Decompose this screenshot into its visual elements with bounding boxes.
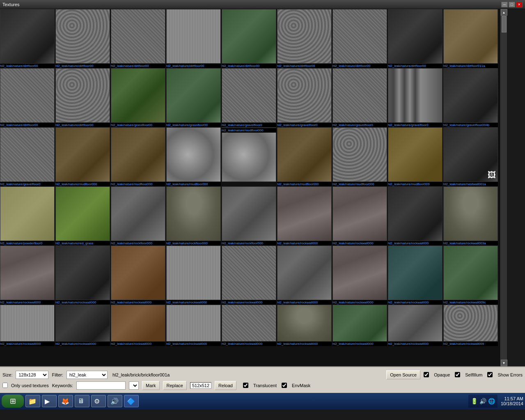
list-item[interactable]: hl2_leak/nature/rockwall000 — [166, 305, 222, 346]
list-item[interactable]: hl2_leak/nature/mudfloor000 — [277, 127, 332, 186]
taskbar-app-hammer[interactable]: 🔷 — [124, 395, 139, 407]
keywords-input[interactable] — [76, 381, 126, 390]
list-item[interactable]: hl2_leak/nature/rockwall000 — [111, 305, 166, 346]
only-used-checkbox[interactable] — [2, 383, 8, 388]
list-item[interactable]: hl2_leak/nature/rockwall003a — [443, 186, 499, 246]
list-item[interactable]: hl2_leak/nature/rockwall009c — [443, 246, 499, 305]
opaque-checkbox[interactable] — [424, 372, 429, 377]
taskbar-app-explorer[interactable]: 📁 — [25, 395, 40, 407]
list-item[interactable]: hl2_leak/nature/rockwall000 — [388, 305, 443, 346]
list-item[interactable]: hl2_leak/nature/mudfloor000 — [55, 127, 111, 186]
list-item[interactable]: hl2_leak/nature/dirtfloor00 — [166, 9, 222, 68]
taskbar-app-control[interactable]: 🖥 — [75, 395, 89, 407]
minimize-button[interactable]: ─ — [501, 2, 508, 7]
list-item[interactable]: hl2_leak/nature/rockwall000 — [222, 305, 277, 346]
list-item[interactable]: hl2_leak/nature/rockfloor000 — [222, 186, 277, 246]
scrollbar-up-button[interactable]: ▲ — [501, 9, 507, 16]
list-item[interactable]: hl2_leak/nature/dirtfloor00 — [55, 9, 111, 68]
texture-path: hl2_leak/brick/brickfloor001a — [112, 372, 383, 377]
list-item[interactable]: hl2_leak/nature/rockwall000 — [388, 246, 443, 305]
list-item[interactable]: hl2_leak/nature/rockwall000 — [111, 246, 166, 305]
bottom-row-1: Size: 128x128 64x64 256x256 512x512 Filt… — [2, 370, 523, 380]
selfillum-checkbox[interactable] — [455, 372, 460, 377]
taskbar-app-steam[interactable]: ⚙ — [91, 395, 106, 407]
maximize-button[interactable]: □ — [509, 2, 515, 7]
list-item[interactable]: hl2_leak/nature/gravelfloor004b — [443, 68, 499, 127]
keywords-select[interactable] — [129, 381, 139, 390]
list-item[interactable]: hl2_leak/nature/rockwall000 — [388, 186, 443, 246]
list-item[interactable]: hl2_leak/nature/dirtfloor00 — [0, 9, 55, 68]
size-label: Size: — [2, 372, 12, 377]
size-select[interactable]: 128x128 64x64 256x256 512x512 — [16, 371, 48, 379]
mark-button[interactable]: Mark — [142, 381, 159, 390]
list-item[interactable]: hl2_leak/nature/powderfloor0 — [0, 186, 55, 246]
texture-items-5: hl2_leak/nature/rockwall000 hl2_leak/nat… — [0, 246, 500, 305]
open-source-button[interactable]: Open Source — [386, 370, 420, 379]
list-item[interactable]: hl2_leak/nature/rockwall000 — [55, 305, 111, 346]
list-item[interactable]: hl2_leak/nature/dirtfloor00 — [0, 68, 55, 127]
list-item[interactable]: hl2_leak/nature/dirtfloor00 — [332, 9, 388, 68]
list-item[interactable]: hl2_leak/nature/dirtfloor00 — [55, 68, 111, 127]
list-item[interactable]: hl2_leak/nature/rockwall000 — [277, 305, 332, 346]
tray-icon-1: 🔋 — [471, 398, 478, 404]
tray-icon-3: 🌐 — [488, 398, 495, 404]
taskbar-app-audio[interactable]: 🔊 — [108, 395, 122, 407]
list-item[interactable]: hl2_leak/nature/dirtfloor00 — [222, 9, 277, 68]
list-item[interactable]: hl2_leak/nature/rockwall000 — [332, 305, 388, 346]
list-item[interactable]: hl2_leak/nature/rockwall000 — [55, 246, 111, 305]
translucent-checkbox[interactable] — [243, 383, 248, 388]
translucent-label: Translucent — [253, 383, 277, 388]
size-display: 512x512 — [190, 382, 211, 389]
list-item[interactable]: hl2_leak/nature/rockwall009 — [443, 305, 499, 346]
texture-grid[interactable]: hl2_leak/nature/dirtfloor00 hl2_leak/nat… — [0, 9, 500, 366]
list-item[interactable]: hl2_leak/nature/gravelfloor0 — [222, 68, 277, 127]
main-content: hl2_leak/nature/dirtfloor00 hl2_leak/nat… — [0, 9, 525, 366]
list-item[interactable]: hl2_leak/nature/rockwall000 — [0, 246, 55, 305]
list-item[interactable]: hl2_leak/nature/rockwall000 — [332, 246, 388, 305]
list-item[interactable]: hl2_leak/nature/grassfloor00 — [111, 68, 166, 127]
list-item[interactable]: hl2_leak/nature/rockwall000 — [222, 246, 277, 305]
list-item[interactable]: hl2_leak/nature/rockwall000 — [277, 186, 332, 246]
list-item[interactable]: hl2_leak/nature/mudfloor000 — [222, 127, 277, 186]
list-item[interactable]: hl2_leak/nature/mudfloor000 — [166, 127, 222, 186]
showerrors-checkbox[interactable] — [487, 372, 493, 377]
list-item[interactable]: hl2_leak/nature/gravelfloor0 — [0, 127, 55, 186]
close-button[interactable]: ✕ — [516, 2, 523, 7]
taskbar-app-media[interactable]: ▶ — [42, 395, 57, 407]
reload-button[interactable]: Reload — [215, 381, 236, 390]
texture-row-6: hl2_leak/nature/rockwall000 hl2_leak/nat… — [0, 305, 500, 346]
list-item[interactable]: hl2_leak/nature/dirtfloor00 — [111, 9, 166, 68]
texture-items-6: hl2_leak/nature/rockwall000 hl2_leak/nat… — [0, 305, 500, 346]
list-item[interactable]: hl2_leak/nature/rockwall000 — [0, 305, 55, 346]
texture-items-1: hl2_leak/nature/dirtfloor00 hl2_leak/nat… — [0, 9, 500, 68]
start-button[interactable]: ⊞ — [2, 395, 24, 408]
list-item[interactable]: hl2_leak/nature/dirtfloor011a — [443, 9, 499, 68]
list-item[interactable]: hl2_leak/nature/mudfloor000 — [111, 127, 166, 186]
list-item[interactable]: hl2_leak/nature/grassfloor00 — [166, 68, 222, 127]
list-item[interactable]: hl2_leak/nature/rockfloor000 — [111, 186, 166, 246]
list-item[interactable]: hl2_leak/nature/gravelfloor0 — [277, 68, 332, 127]
list-item[interactable]: 🖼hl2_leak/nature/nestwall001a — [443, 127, 499, 186]
list-item[interactable]: hl2_leak/nature/rockfloor000 — [166, 186, 222, 246]
list-item[interactable]: hl2_leak/nature/rockwall000 — [277, 246, 332, 305]
list-item[interactable]: hl2_leak/nature/mudfloor009 — [388, 127, 443, 186]
checkbox-group-2: Translucent EnvMask — [243, 383, 310, 388]
list-item[interactable]: hl2_leak/nature/gravelfloor0 — [388, 68, 443, 127]
list-item[interactable]: hl2_leak/nature/red_grass — [55, 186, 111, 246]
scrollbar-thumb[interactable] — [502, 16, 507, 32]
list-item[interactable]: hl2_leak/nature/mudfloor000 — [332, 127, 388, 186]
texture-row-4: hl2_leak/nature/powderfloor0 hl2_leak/na… — [0, 186, 500, 246]
list-item[interactable]: hl2_leak/nature/dirtfloor00 — [277, 9, 332, 68]
title-text: Textures — [2, 2, 20, 7]
list-item[interactable]: hl2_leak/nature/gravelfloor0 — [332, 68, 388, 127]
filter-select[interactable]: hl2_leak — [66, 371, 108, 379]
list-item[interactable]: hl2_leak/nature/dirtfloor00 — [388, 9, 443, 68]
list-item[interactable]: hl2_leak/nature/rockwall000 — [166, 246, 222, 305]
envmask-checkbox[interactable] — [282, 383, 287, 388]
scrollbar[interactable]: ▲ ▼ — [500, 9, 507, 366]
list-item[interactable]: hl2_leak/nature/rockwall000 — [332, 186, 388, 246]
scrollbar-down-button[interactable]: ▼ — [501, 360, 507, 366]
clock[interactable]: 11:57 AM 10/18/2014 — [501, 396, 523, 406]
taskbar-app-firefox[interactable]: 🦊 — [58, 395, 73, 407]
replace-button[interactable]: Replace — [163, 381, 187, 390]
